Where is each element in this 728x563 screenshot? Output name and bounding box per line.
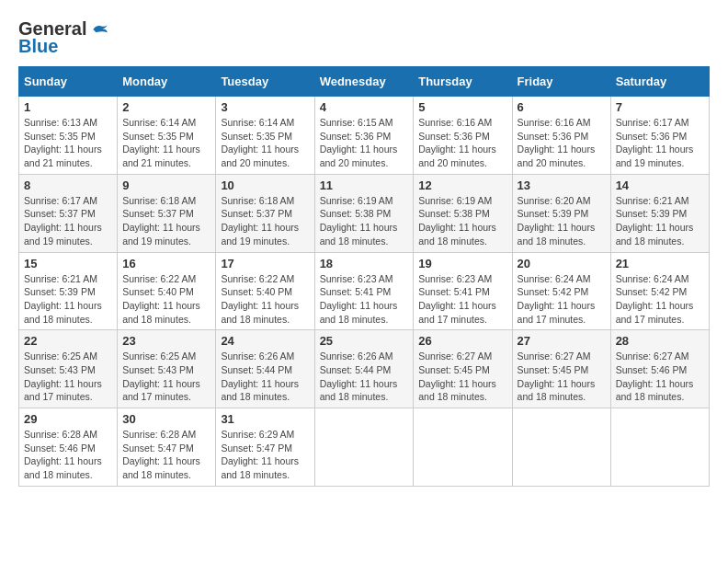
day-number: 29: [24, 412, 112, 426]
calendar-cell: 19Sunrise: 6:23 AMSunset: 5:41 PMDayligh…: [414, 252, 512, 330]
day-number: 16: [122, 257, 210, 270]
logo-bird-icon: [90, 20, 108, 39]
day-info: Sunrise: 6:27 AMSunset: 5:45 PMDaylight:…: [418, 350, 506, 404]
calendar-cell: [314, 408, 414, 487]
day-number: 17: [221, 257, 309, 270]
day-number: 21: [616, 257, 704, 270]
calendar-cell: 11Sunrise: 6:19 AMSunset: 5:38 PMDayligh…: [314, 174, 414, 252]
day-info: Sunrise: 6:27 AMSunset: 5:46 PMDaylight:…: [616, 350, 704, 404]
day-number: 18: [320, 257, 409, 270]
calendar-cell: 26Sunrise: 6:27 AMSunset: 5:45 PMDayligh…: [414, 330, 512, 408]
day-number: 30: [122, 412, 210, 426]
calendar-header-thursday: Thursday: [414, 67, 512, 97]
day-info: Sunrise: 6:26 AMSunset: 5:44 PMDaylight:…: [320, 350, 409, 404]
day-number: 5: [418, 100, 506, 114]
calendar-week-1: 1Sunrise: 6:13 AMSunset: 5:35 PMDaylight…: [19, 97, 710, 175]
day-info: Sunrise: 6:23 AMSunset: 5:41 PMDaylight:…: [418, 272, 506, 327]
day-info: Sunrise: 6:25 AMSunset: 5:43 PMDaylight:…: [24, 350, 112, 404]
day-info: Sunrise: 6:28 AMSunset: 5:47 PMDaylight:…: [122, 428, 210, 482]
day-info: Sunrise: 6:27 AMSunset: 5:45 PMDaylight:…: [518, 350, 606, 404]
calendar-cell: [610, 408, 709, 487]
day-info: Sunrise: 6:15 AMSunset: 5:36 PMDaylight:…: [320, 116, 409, 170]
calendar-cell: 30Sunrise: 6:28 AMSunset: 5:47 PMDayligh…: [118, 408, 216, 487]
day-info: Sunrise: 6:26 AMSunset: 5:44 PMDaylight:…: [221, 350, 309, 404]
calendar-cell: 8Sunrise: 6:17 AMSunset: 5:37 PMDaylight…: [19, 174, 118, 252]
day-info: Sunrise: 6:23 AMSunset: 5:41 PMDaylight:…: [320, 272, 409, 327]
day-number: 11: [320, 178, 409, 192]
day-info: Sunrise: 6:28 AMSunset: 5:46 PMDaylight:…: [24, 428, 112, 482]
calendar-cell: [512, 408, 610, 487]
calendar-table: SundayMondayTuesdayWednesdayThursdayFrid…: [18, 66, 710, 487]
calendar-cell: 23Sunrise: 6:25 AMSunset: 5:43 PMDayligh…: [118, 330, 216, 408]
calendar-cell: 17Sunrise: 6:22 AMSunset: 5:40 PMDayligh…: [216, 252, 314, 330]
calendar-cell: 10Sunrise: 6:18 AMSunset: 5:37 PMDayligh…: [216, 174, 314, 252]
calendar-cell: 2Sunrise: 6:14 AMSunset: 5:35 PMDaylight…: [118, 97, 216, 175]
calendar-week-2: 8Sunrise: 6:17 AMSunset: 5:37 PMDaylight…: [19, 174, 710, 252]
day-info: Sunrise: 6:25 AMSunset: 5:43 PMDaylight:…: [122, 350, 210, 404]
day-number: 2: [122, 100, 210, 114]
calendar-cell: 20Sunrise: 6:24 AMSunset: 5:42 PMDayligh…: [512, 252, 610, 330]
day-number: 13: [518, 178, 606, 192]
day-info: Sunrise: 6:29 AMSunset: 5:47 PMDaylight:…: [221, 428, 309, 482]
day-info: Sunrise: 6:13 AMSunset: 5:35 PMDaylight:…: [24, 116, 112, 170]
calendar-cell: 14Sunrise: 6:21 AMSunset: 5:39 PMDayligh…: [610, 174, 709, 252]
calendar-cell: 13Sunrise: 6:20 AMSunset: 5:39 PMDayligh…: [512, 174, 610, 252]
day-info: Sunrise: 6:16 AMSunset: 5:36 PMDaylight:…: [518, 116, 606, 170]
calendar-week-5: 29Sunrise: 6:28 AMSunset: 5:46 PMDayligh…: [19, 408, 710, 487]
calendar-cell: 6Sunrise: 6:16 AMSunset: 5:36 PMDaylight…: [512, 97, 610, 175]
day-number: 22: [24, 334, 112, 348]
calendar-cell: 9Sunrise: 6:18 AMSunset: 5:37 PMDaylight…: [118, 174, 216, 252]
calendar-cell: 27Sunrise: 6:27 AMSunset: 5:45 PMDayligh…: [512, 330, 610, 408]
day-number: 24: [221, 334, 309, 348]
calendar-header-monday: Monday: [118, 67, 216, 97]
day-number: 12: [418, 178, 506, 192]
calendar-cell: 15Sunrise: 6:21 AMSunset: 5:39 PMDayligh…: [19, 252, 118, 330]
day-info: Sunrise: 6:17 AMSunset: 5:37 PMDaylight:…: [24, 194, 112, 248]
day-info: Sunrise: 6:22 AMSunset: 5:40 PMDaylight:…: [221, 272, 309, 327]
calendar-cell: [414, 408, 512, 487]
calendar-week-4: 22Sunrise: 6:25 AMSunset: 5:43 PMDayligh…: [19, 330, 710, 408]
calendar-cell: 31Sunrise: 6:29 AMSunset: 5:47 PMDayligh…: [216, 408, 314, 487]
day-info: Sunrise: 6:14 AMSunset: 5:35 PMDaylight:…: [122, 116, 210, 170]
calendar-header-row: SundayMondayTuesdayWednesdayThursdayFrid…: [19, 67, 710, 97]
day-number: 8: [24, 178, 112, 192]
calendar-cell: 1Sunrise: 6:13 AMSunset: 5:35 PMDaylight…: [19, 97, 118, 175]
day-info: Sunrise: 6:17 AMSunset: 5:36 PMDaylight:…: [616, 116, 704, 170]
day-number: 19: [418, 257, 506, 270]
calendar-header-friday: Friday: [512, 67, 610, 97]
day-number: 14: [616, 178, 704, 192]
calendar-cell: 25Sunrise: 6:26 AMSunset: 5:44 PMDayligh…: [314, 330, 414, 408]
day-number: 3: [221, 100, 309, 114]
page-header: General Blue: [18, 18, 710, 57]
day-number: 28: [616, 334, 704, 348]
logo: General Blue: [18, 18, 108, 57]
calendar-cell: 24Sunrise: 6:26 AMSunset: 5:44 PMDayligh…: [216, 330, 314, 408]
calendar-cell: 21Sunrise: 6:24 AMSunset: 5:42 PMDayligh…: [610, 252, 709, 330]
day-info: Sunrise: 6:24 AMSunset: 5:42 PMDaylight:…: [518, 272, 606, 327]
calendar-header-wednesday: Wednesday: [314, 67, 414, 97]
calendar-cell: 7Sunrise: 6:17 AMSunset: 5:36 PMDaylight…: [610, 97, 709, 175]
day-number: 31: [221, 412, 309, 426]
day-info: Sunrise: 6:22 AMSunset: 5:40 PMDaylight:…: [122, 272, 210, 327]
calendar-week-3: 15Sunrise: 6:21 AMSunset: 5:39 PMDayligh…: [19, 252, 710, 330]
day-number: 9: [122, 178, 210, 192]
day-info: Sunrise: 6:19 AMSunset: 5:38 PMDaylight:…: [320, 194, 409, 248]
day-info: Sunrise: 6:16 AMSunset: 5:36 PMDaylight:…: [418, 116, 506, 170]
day-number: 20: [518, 257, 606, 270]
day-info: Sunrise: 6:21 AMSunset: 5:39 PMDaylight:…: [24, 272, 112, 327]
calendar-cell: 4Sunrise: 6:15 AMSunset: 5:36 PMDaylight…: [314, 97, 414, 175]
day-number: 23: [122, 334, 210, 348]
day-number: 6: [518, 100, 606, 114]
calendar-cell: 18Sunrise: 6:23 AMSunset: 5:41 PMDayligh…: [314, 252, 414, 330]
day-number: 15: [24, 257, 112, 270]
logo-blue: Blue: [18, 36, 58, 57]
calendar-cell: 3Sunrise: 6:14 AMSunset: 5:35 PMDaylight…: [216, 97, 314, 175]
day-info: Sunrise: 6:18 AMSunset: 5:37 PMDaylight:…: [221, 194, 309, 248]
day-info: Sunrise: 6:14 AMSunset: 5:35 PMDaylight:…: [221, 116, 309, 170]
day-number: 7: [616, 100, 704, 114]
calendar-cell: 12Sunrise: 6:19 AMSunset: 5:38 PMDayligh…: [414, 174, 512, 252]
calendar-header-saturday: Saturday: [610, 67, 709, 97]
day-info: Sunrise: 6:19 AMSunset: 5:38 PMDaylight:…: [418, 194, 506, 248]
calendar-header-sunday: Sunday: [19, 67, 118, 97]
day-number: 1: [24, 100, 112, 114]
